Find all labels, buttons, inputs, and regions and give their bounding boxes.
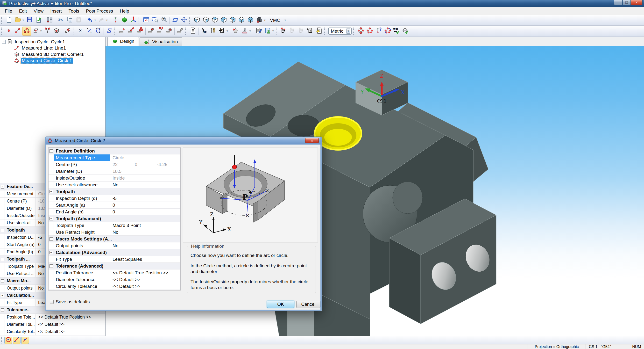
view-cube-left-button[interactable] bbox=[192, 16, 202, 25]
measured-vector-button[interactable] bbox=[43, 27, 52, 36]
property-row-centre-p-[interactable]: Centre (P)220-4.25 bbox=[48, 161, 180, 168]
close-button[interactable]: ✕ bbox=[631, 0, 642, 5]
tree-expander-icon[interactable]: − bbox=[2, 40, 6, 44]
toolbar-grip[interactable] bbox=[138, 17, 141, 24]
toolbar-grip[interactable] bbox=[276, 28, 278, 35]
property-group-tolerance-advanced-[interactable]: −Tolerance (Advanced) bbox=[48, 263, 180, 269]
property-group-feature-definition[interactable]: −Feature Definition bbox=[48, 148, 180, 154]
property-value[interactable]: << Default True Position >> bbox=[36, 314, 105, 321]
paste-clipboard-button[interactable] bbox=[74, 16, 83, 25]
point-feature-toggle-button[interactable] bbox=[21, 337, 29, 344]
menu-file[interactable]: File bbox=[2, 8, 16, 15]
property-value[interactable]: Least Squares bbox=[110, 256, 180, 262]
tool-setting-button[interactable] bbox=[240, 27, 249, 36]
toolbar-grip[interactable] bbox=[189, 17, 192, 24]
menu-insert[interactable]: Insert bbox=[47, 8, 65, 15]
property-value[interactable]: No bbox=[110, 229, 180, 235]
collapse-icon[interactable]: − bbox=[1, 279, 4, 283]
tree-item-measured-line[interactable]: Measured Line: Line1 bbox=[2, 45, 105, 51]
property-row-position-tolerance[interactable]: Position Tolerance<< Default True Positi… bbox=[48, 269, 180, 276]
zoom-window-button[interactable] bbox=[151, 16, 160, 25]
chevron-down-icon[interactable]: ▾ bbox=[264, 19, 267, 22]
property-row-diameter-tol-[interactable]: Diameter Tol...<< Default >> bbox=[0, 321, 105, 328]
property-value[interactable]: Inside bbox=[110, 175, 180, 181]
save-as-defaults-checkbox[interactable]: Save as defaults bbox=[50, 299, 90, 304]
view-cube-top-right-button[interactable] bbox=[228, 16, 237, 25]
menu-edit[interactable]: Edit bbox=[16, 8, 30, 15]
edit-program-button[interactable] bbox=[254, 27, 263, 36]
logic-tree-2-button[interactable] bbox=[288, 27, 297, 36]
menu-post-process[interactable]: Post Process bbox=[82, 8, 116, 15]
toolbar-grip[interactable] bbox=[73, 28, 75, 35]
open-folder-button[interactable] bbox=[13, 16, 22, 25]
line-feature-toggle-button[interactable] bbox=[13, 337, 20, 344]
checkbox-box[interactable] bbox=[50, 300, 54, 304]
minimize-button[interactable]: — bbox=[614, 0, 622, 5]
chevron-down-icon[interactable]: ▾ bbox=[226, 30, 229, 33]
datum-check-button[interactable] bbox=[401, 27, 410, 36]
restore-button[interactable]: ❐ bbox=[622, 0, 631, 5]
toolbar-grip[interactable] bbox=[353, 28, 356, 35]
property-value[interactable]: 220-4.25 bbox=[110, 161, 180, 168]
property-row-inspection-depth-d-[interactable]: Inspection Depth (d)-5 bbox=[48, 195, 180, 202]
menu-view[interactable]: View bbox=[30, 8, 47, 15]
view-cube-iso-button[interactable] bbox=[246, 16, 255, 25]
keyed-vector-button[interactable] bbox=[156, 27, 164, 36]
property-row-measurement-type[interactable]: Measurement TypeCircle bbox=[48, 154, 180, 161]
property-row-end-angle-b-[interactable]: End Angle (b)0 bbox=[48, 209, 180, 215]
collapse-icon[interactable]: − bbox=[1, 185, 4, 189]
tab-design[interactable]: Design bbox=[108, 37, 139, 46]
probe-tool-button[interactable] bbox=[111, 16, 120, 25]
gcode-output-button[interactable]: G bbox=[217, 27, 226, 36]
property-value[interactable]: No bbox=[110, 242, 180, 249]
property-value[interactable]: << Default >> bbox=[110, 283, 180, 289]
zoom-inout-button[interactable]: ± bbox=[160, 16, 168, 25]
property-group-macro-mode-settings-a-[interactable]: −Macro Mode Settings (A... bbox=[48, 236, 180, 242]
property-group-toolpath[interactable]: −Toolpath bbox=[48, 188, 180, 195]
chevron-down-icon[interactable]: ▾ bbox=[40, 30, 43, 33]
circle-points-button[interactable] bbox=[365, 27, 374, 36]
property-value[interactable]: 0 bbox=[110, 202, 180, 208]
collapse-icon[interactable]: − bbox=[50, 251, 53, 254]
measured-line-button[interactable] bbox=[13, 27, 22, 36]
tagged-output-button[interactable] bbox=[315, 27, 324, 36]
property-value[interactable]: Macro 3 Point bbox=[110, 222, 180, 229]
property-row-position-tole-[interactable]: Position Tole...<< Default True Position… bbox=[0, 314, 105, 321]
toolbar-grip[interactable] bbox=[185, 28, 188, 35]
tree-item-measured-3d-corner[interactable]: Measured 3D Corner: Corner1 bbox=[2, 51, 105, 58]
toolbar-grip[interactable] bbox=[1, 337, 3, 343]
keyed-corner-button[interactable] bbox=[164, 27, 174, 36]
view-cube-right-button[interactable] bbox=[202, 16, 210, 25]
collapse-icon[interactable]: − bbox=[50, 217, 53, 220]
measured-plane-button[interactable] bbox=[31, 27, 40, 36]
tree-item-inspection-cycle[interactable]: −Inspection Cycle: Cycle1 bbox=[2, 39, 105, 45]
pan-view-button[interactable] bbox=[180, 16, 188, 25]
solid-model-button[interactable] bbox=[120, 16, 129, 25]
cancel-button[interactable]: Cancel bbox=[296, 301, 320, 308]
axis-triad-button[interactable] bbox=[129, 16, 138, 25]
menu-help[interactable]: Help bbox=[116, 8, 132, 15]
machine-type-combo[interactable]: VMC▾ bbox=[268, 17, 288, 24]
toolbar-grip[interactable] bbox=[1, 28, 4, 35]
collapse-icon[interactable]: − bbox=[1, 229, 4, 232]
keyed-point-button[interactable] bbox=[118, 27, 126, 36]
property-value[interactable]: No bbox=[110, 182, 180, 188]
property-row-toolpath-type[interactable]: Toolpath TypeMacro 3 Point bbox=[48, 222, 180, 229]
logic-tree-button[interactable] bbox=[279, 27, 288, 36]
toolbar-grip[interactable] bbox=[1, 17, 4, 24]
tool-change-button[interactable] bbox=[208, 27, 217, 36]
chevron-down-icon[interactable]: ▾ bbox=[346, 29, 350, 34]
keyed-circle-button[interactable] bbox=[136, 27, 144, 36]
operator-note-button[interactable] bbox=[263, 27, 272, 36]
chevron-down-icon[interactable]: ▾ bbox=[22, 19, 25, 22]
collapse-icon[interactable]: − bbox=[50, 190, 53, 193]
rotate-points-button[interactable] bbox=[383, 27, 392, 36]
property-value[interactable]: << Default >> bbox=[110, 276, 180, 283]
constructed-line-button[interactable]: ✕✕ bbox=[85, 27, 94, 36]
units-combo[interactable]: Metric▾ bbox=[328, 28, 352, 35]
probe-query-button[interactable]: ? bbox=[374, 27, 383, 36]
measured-circle-button[interactable] bbox=[22, 27, 31, 36]
chevron-down-icon[interactable]: ▾ bbox=[250, 30, 252, 33]
tree-item-measured-circle[interactable]: Measured Circle: Circle1 bbox=[2, 58, 105, 64]
dialog-close-button[interactable]: ✕ bbox=[305, 138, 319, 143]
